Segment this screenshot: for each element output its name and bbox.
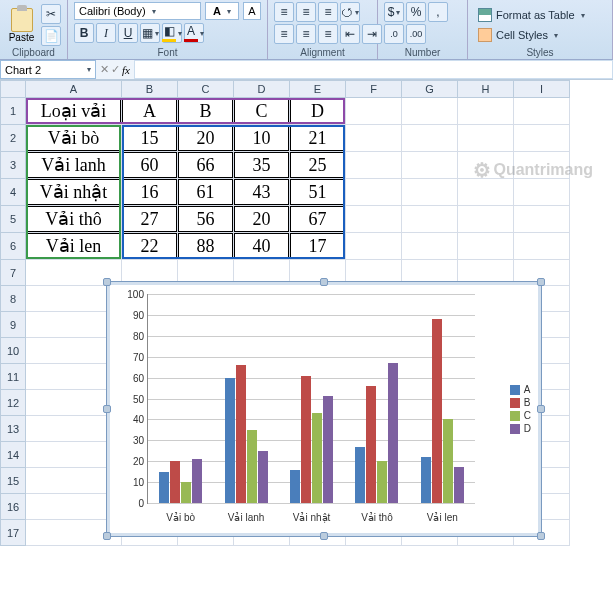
fx-button[interactable]: fx	[122, 64, 130, 76]
cell[interactable]: 10	[234, 125, 290, 152]
bar[interactable]	[258, 451, 268, 503]
decrease-decimal-button[interactable]: .00	[406, 24, 426, 44]
cell[interactable]: C	[234, 98, 290, 125]
legend-item[interactable]: B	[510, 397, 531, 408]
percent-button[interactable]: %	[406, 2, 426, 22]
row-header[interactable]: 16	[0, 494, 26, 520]
row-header[interactable]: 15	[0, 468, 26, 494]
resize-handle[interactable]	[103, 278, 111, 286]
bar[interactable]	[355, 447, 365, 503]
bar[interactable]	[323, 396, 333, 503]
row-header[interactable]: 2	[0, 125, 26, 152]
cancel-formula-button[interactable]: ✕	[100, 63, 109, 76]
cell[interactable]: 61	[178, 179, 234, 206]
formula-bar[interactable]	[134, 60, 613, 79]
align-middle-button[interactable]: ≡	[296, 2, 316, 22]
cell[interactable]	[402, 125, 458, 152]
cell[interactable]	[346, 179, 402, 206]
cell[interactable]: 27	[122, 206, 178, 233]
name-box[interactable]: Chart 2	[0, 60, 96, 79]
row-header[interactable]: 14	[0, 442, 26, 468]
cell[interactable]: Loại vải	[26, 98, 122, 125]
row-header[interactable]: 5	[0, 206, 26, 233]
underline-button[interactable]: U	[118, 23, 138, 43]
align-right-button[interactable]: ≡	[318, 24, 338, 44]
cell[interactable]	[402, 206, 458, 233]
copy-button[interactable]: 📄	[41, 26, 61, 46]
row-header[interactable]: 17	[0, 520, 26, 546]
row-header[interactable]: 11	[0, 364, 26, 390]
bar[interactable]	[301, 376, 311, 503]
cell[interactable]: 40	[234, 233, 290, 260]
align-center-button[interactable]: ≡	[296, 24, 316, 44]
enter-formula-button[interactable]: ✓	[111, 63, 120, 76]
italic-button[interactable]: I	[96, 23, 116, 43]
resize-handle[interactable]	[320, 532, 328, 540]
chart-legend[interactable]: ABCD	[510, 382, 531, 436]
row-header[interactable]: 3	[0, 152, 26, 179]
row-header[interactable]: 4	[0, 179, 26, 206]
bar[interactable]	[159, 472, 169, 503]
font-color-button[interactable]: A	[184, 23, 204, 43]
row-header[interactable]: 8	[0, 286, 26, 312]
cell[interactable]: 20	[234, 206, 290, 233]
bar[interactable]	[236, 365, 246, 503]
row-header[interactable]: 12	[0, 390, 26, 416]
resize-handle[interactable]	[320, 278, 328, 286]
column-header[interactable]: G	[402, 80, 458, 98]
bar[interactable]	[290, 470, 300, 503]
font-name-select[interactable]: Calibri (Body)	[74, 2, 201, 20]
bar[interactable]	[170, 461, 180, 503]
cell[interactable]	[402, 179, 458, 206]
bar[interactable]	[247, 430, 257, 503]
cell[interactable]	[514, 233, 570, 260]
cell-styles-button[interactable]: Cell Styles	[474, 26, 562, 44]
cell[interactable]	[402, 152, 458, 179]
orientation-button[interactable]: ⭯	[340, 2, 360, 22]
decrease-indent-button[interactable]: ⇤	[340, 24, 360, 44]
legend-item[interactable]: A	[510, 384, 531, 395]
chart-object[interactable]: 0102030405060708090100Vải bòVải lanhVải …	[106, 281, 542, 537]
column-header[interactable]: A	[26, 80, 122, 98]
cell[interactable]: 66	[178, 152, 234, 179]
legend-item[interactable]: C	[510, 410, 531, 421]
bar[interactable]	[443, 419, 453, 503]
cut-button[interactable]: ✂	[41, 4, 61, 24]
cell[interactable]: 60	[122, 152, 178, 179]
bar[interactable]	[312, 413, 322, 503]
font-size-letter[interactable]: A	[205, 2, 239, 20]
cell[interactable]: A	[122, 98, 178, 125]
cell[interactable]	[514, 98, 570, 125]
cell[interactable]	[346, 152, 402, 179]
cell[interactable]: 51	[290, 179, 346, 206]
cell[interactable]: 16	[122, 179, 178, 206]
format-as-table-button[interactable]: Format as Table	[474, 6, 589, 24]
grow-font-button[interactable]: A	[243, 2, 261, 20]
row-header[interactable]: 1	[0, 98, 26, 125]
column-header[interactable]: I	[514, 80, 570, 98]
cell[interactable]	[458, 125, 514, 152]
cell[interactable]: 56	[178, 206, 234, 233]
resize-handle[interactable]	[537, 532, 545, 540]
cell[interactable]: 22	[122, 233, 178, 260]
bar[interactable]	[454, 467, 464, 503]
column-header[interactable]: F	[346, 80, 402, 98]
cell[interactable]: 43	[234, 179, 290, 206]
resize-handle[interactable]	[537, 278, 545, 286]
row-header[interactable]: 13	[0, 416, 26, 442]
cell[interactable]	[514, 152, 570, 179]
fill-color-button[interactable]: ◧	[162, 23, 182, 43]
cells-area[interactable]: Loại vảiABCDVải bò15201021Vải lanh606635…	[26, 98, 570, 546]
resize-handle[interactable]	[537, 405, 545, 413]
cell[interactable]	[514, 206, 570, 233]
align-bottom-button[interactable]: ≡	[318, 2, 338, 22]
comma-button[interactable]: ,	[428, 2, 448, 22]
column-header[interactable]: B	[122, 80, 178, 98]
align-top-button[interactable]: ≡	[274, 2, 294, 22]
cell[interactable]: Vải lanh	[26, 152, 122, 179]
cell[interactable]: 25	[290, 152, 346, 179]
bar[interactable]	[192, 459, 202, 503]
row-header[interactable]: 10	[0, 338, 26, 364]
cell[interactable]: 15	[122, 125, 178, 152]
cell[interactable]: 21	[290, 125, 346, 152]
